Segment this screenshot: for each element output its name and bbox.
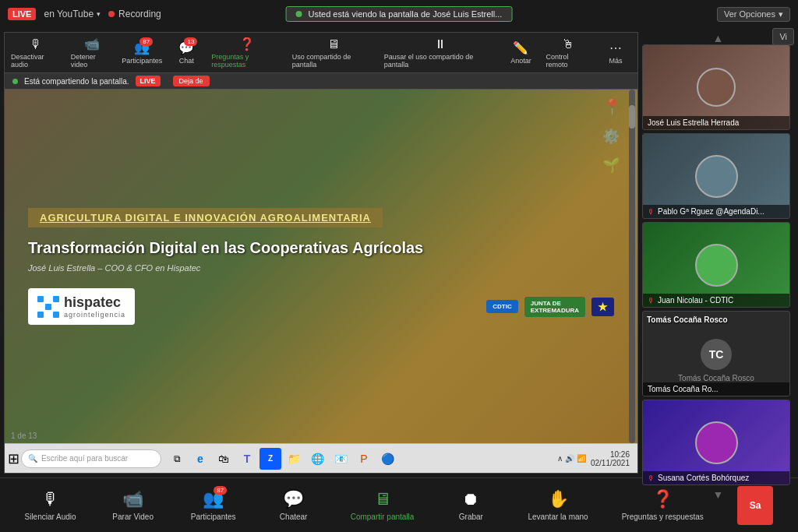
hispatec-sub: agrointeligencia [64,311,125,319]
toolbar-mute[interactable]: 🎙 Desactivar audio [11,37,62,69]
raise-hand-icon: ✋ [548,489,569,509]
participant-card: José Luis Estrella Herrada [642,44,790,130]
toolbar-pause-share[interactable]: ⏸ Pausar el uso compartido de pantalla [384,37,496,69]
zoom-share-control[interactable]: 🖥 Compartir pantalla [351,489,415,521]
participant-display-name: Tomás Cocaña Rosco [647,315,728,324]
participant-name: 🎙 Juan Nicolau - CDTIC [643,294,789,307]
slide-title: Transformación Digital en las Cooperativ… [28,239,614,257]
remote-icon: 🖱 [562,37,574,51]
toolbar-share[interactable]: 🖥 Uso compartido de pantalla [292,37,375,69]
taskbar-outlook[interactable]: 📧 [330,448,351,470]
taskbar-zoom[interactable]: Z [260,448,281,470]
toolbar-participants[interactable]: 👥 87 Participantes [122,41,161,65]
zoom-bottom-bar: 🎙 Silenciar Audio 📹 Parar Video 👥 87 Par… [0,477,798,532]
share-screen-icon: 🖥 [327,37,340,51]
eu-logo: ★ [591,298,614,316]
participant-avatar [695,155,738,198]
slide-logo-area: hispatec agrointeligencia CDTIC JUNTA DE… [28,288,614,325]
zoom-mute-control[interactable]: 🎙 Silenciar Audio [25,489,76,521]
main-content: 🎙 Desactivar audio 📹 Detener video 👥 87 … [0,28,798,477]
annotate-icon: ✏️ [513,41,528,55]
tray-icons: ∧ 🔊 📶 [557,454,586,463]
chevron-down-icon: ▾ [97,10,101,18]
scroll-up-button[interactable]: ▲ [642,32,794,44]
live-badge: LIVE [8,8,36,20]
taskbar-task-view[interactable]: ⧉ [166,448,188,470]
slide-content: Agricultura Digital e Innovación Agroali… [5,90,637,443]
slide-icons: 📍 ⚙️ 🌱 [602,97,622,174]
slide-icon-location: 📍 [602,97,622,116]
toolbar-remote[interactable]: 🖱 Control remoto [546,37,591,69]
toolbar-stop-video[interactable]: 📹 Detener video [71,37,113,69]
more-icon: ⋯ [609,41,622,55]
sharing-dot [12,79,18,84]
hispatec-logo-text: hispatec [64,294,125,311]
toolbar-chat[interactable]: 💬 13 Chat [171,41,202,65]
pause-icon: ⏸ [434,37,447,51]
taskbar-teams[interactable]: T [236,448,258,470]
participant-name: Tomás Cocaña Ro... [643,382,789,396]
slide-scrollbar[interactable] [629,90,635,443]
cdtic-logo: CDTIC [486,300,517,313]
zoom-qa-control[interactable]: ❓ Preguntas y respuestas [622,489,704,521]
save-button[interactable]: Sa [737,486,774,525]
stop-sharing-button[interactable]: Deja de [173,76,210,86]
vi-badge: Vi [772,28,794,45]
sharing-bar: Está compartiendo la pantalla. LIVE Deja… [5,73,637,90]
taskbar-store[interactable]: 🛍 [213,448,235,470]
chat-icon: 💬 [283,489,304,509]
slide-scrollbar-thumb [629,105,635,129]
participant-name: 🎙 Susana Cortés Bohórquez [643,471,789,484]
mic-off-icon: 🎙 [648,474,655,482]
taskbar-chrome[interactable]: 🌐 [306,448,328,470]
taskbar-search[interactable]: 🔍 Escribe aquí para buscar [21,449,161,468]
ver-opciones-button[interactable]: Ver Opciones ▾ [717,7,790,22]
zoom-raise-hand-control[interactable]: ✋ Levantar la mano [528,489,588,521]
toolbar-more[interactable]: ⋯ Más [600,41,631,65]
zoom-record-control[interactable]: ⏺ Grabar [447,489,494,521]
zoom-window: 🎙 Desactivar audio 📹 Detener video 👥 87 … [4,32,638,474]
logo-grid-icon [37,296,59,318]
video-icon: 📹 [84,37,100,51]
taskbar-edge[interactable]: e [189,448,211,470]
participant-name: 🎙 Pablo Gª Rguez @AgendaDi... [643,205,789,218]
slide-icon-gear: ⚙️ [602,128,622,145]
mic-off-icon: 🎙 [648,297,655,305]
slide-text: Agricultura Digital e Innovación Agroali… [28,208,614,325]
zoom-chat-control[interactable]: 💬 Chatear [270,489,317,521]
video-icon: 📹 [122,489,143,509]
participant-avatar [697,68,736,107]
record-icon: ⏺ [462,489,479,509]
slide-subtitle: Agricultura Digital e Innovación Agroali… [28,208,383,227]
participant-card: 🎙 Susana Cortés Bohórquez [642,400,790,485]
youtube-label[interactable]: en YouTube ▾ [44,9,101,19]
right-panel: ▲ José Luis Estrella Herrada 🎙 Pablo Gª … [642,32,794,474]
notif-dot [296,11,302,17]
participant-card: Tomás Cocaña Rosco TC Tomás Cocaña Rosco… [642,311,790,396]
taskbar-icons: ⧉ e 🛍 T Z 📁 🌐 📧 P 🔵 [166,448,398,470]
zoom-video-control[interactable]: 📹 Parar Video [110,489,157,521]
taskbar-files[interactable]: 📁 [283,448,305,470]
hispatec-logo: hispatec agrointeligencia [28,288,135,325]
toolbar-qa[interactable]: ❓ Preguntas y respuestas [211,37,282,69]
qa-icon: ❓ [239,37,255,51]
participant-card: 🎙 Juan Nicolau - CDTIC [642,222,790,308]
notification-bar: Usted está viendo la pantalla de José Lu… [286,6,513,22]
qa-icon: ❓ [652,489,673,509]
search-icon: 🔍 [28,454,37,463]
participant-avatar [695,244,738,287]
recording-indicator: Recording [108,9,161,19]
zoom-participants-control[interactable]: 👥 87 Participantes [190,489,237,521]
windows-start-button[interactable]: ⊞ [8,450,19,467]
mic-icon: 🎙 [42,489,59,509]
mic-off-icon: 🎙 [648,208,655,216]
chevron-down-icon: ▾ [779,9,783,19]
share-icon: 🖥 [374,489,391,509]
taskbar-clock: 10:26 02/11/2021 [591,450,630,467]
top-bar: LIVE en YouTube ▾ Recording Usted está v… [0,0,798,28]
taskbar-app1[interactable]: 🔵 [376,448,398,470]
slide-icon-plant: 🌱 [602,157,622,174]
sponsor-logos: CDTIC JUNTA DEEXTREMADURA ★ [486,297,614,317]
taskbar-powerpoint[interactable]: P [353,448,375,470]
toolbar-annotate[interactable]: ✏️ Anotar [505,41,536,65]
